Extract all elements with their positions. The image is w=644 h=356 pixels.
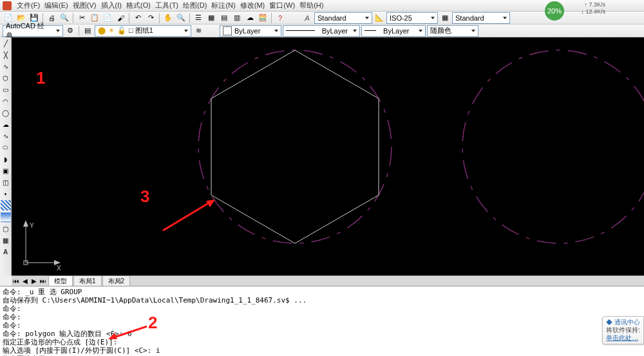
- annotation-arrow-3: [160, 198, 218, 237]
- annotation-3: 3: [140, 187, 149, 207]
- arc-icon[interactable]: ◠: [1, 96, 11, 106]
- cmd-line: 命令:: [3, 321, 641, 330]
- copy-icon[interactable]: 📋: [89, 12, 100, 24]
- menu-view[interactable]: 视图(V): [71, 1, 98, 10]
- menu-tools[interactable]: 工具(T): [154, 1, 180, 10]
- markup-icon[interactable]: ☁: [244, 12, 256, 24]
- lightbulb-icon: ⬤: [98, 26, 106, 35]
- block-insert-icon[interactable]: ▣: [1, 165, 11, 176]
- polyline-icon[interactable]: ∿: [1, 61, 11, 71]
- cmd-line: 自动保存到 C:\Users\ADMINI~1\AppData\Local\Te…: [3, 296, 641, 304]
- badge-percent: 20%: [547, 7, 562, 15]
- tab-layout2[interactable]: 布局2: [102, 276, 131, 286]
- text-style-icon[interactable]: A: [301, 12, 313, 24]
- speed-down: ↓ 12.4K/s: [581, 8, 605, 15]
- menu-window[interactable]: 窗口(W): [268, 1, 296, 10]
- menu-draw[interactable]: 绘图(D): [182, 1, 208, 10]
- gradient-icon[interactable]: [1, 212, 11, 222]
- pan-icon[interactable]: ✋: [162, 12, 174, 24]
- layer-dropdown[interactable]: ⬤ ☀ 🔓 □ 图纸1: [95, 25, 191, 37]
- polygon-icon[interactable]: ⬡: [1, 73, 11, 83]
- table-style-value: Standard: [455, 14, 484, 22]
- table-style-icon[interactable]: ▦: [439, 12, 451, 24]
- tab-prev-icon[interactable]: ◀: [21, 277, 30, 286]
- match-icon[interactable]: 🖌: [115, 12, 126, 24]
- cut-icon[interactable]: ✂: [76, 12, 88, 24]
- draw-toolbar: ╱ ╳ ∿ ⬡ ▭ ◠ ◯ ☁ ∿ ⬭ ◗ ▣ ◫ • ▢ ▦ A: [0, 37, 12, 276]
- text-style-dropdown[interactable]: Standard: [314, 12, 372, 24]
- hatch-icon[interactable]: [1, 200, 11, 211]
- menu-format[interactable]: 格式(O): [125, 1, 152, 10]
- toolbar-layers: AutoCAD 经典 ⚙ ▤ ⬤ ☀ 🔓 □ 图纸1 ≋ ByLayer ByL…: [0, 24, 644, 37]
- help-icon[interactable]: ?: [274, 12, 286, 24]
- menu-file[interactable]: 文件(F): [15, 1, 41, 10]
- workspace-settings-icon[interactable]: ⚙: [64, 25, 76, 37]
- tab-first-icon[interactable]: ⏮: [12, 277, 21, 286]
- dim-style-value: ISO-25: [390, 14, 412, 22]
- workspace-dropdown[interactable]: AutoCAD 经典: [3, 25, 63, 37]
- undo-icon[interactable]: ↶: [132, 12, 144, 24]
- point-icon[interactable]: •: [1, 189, 11, 199]
- menu-help[interactable]: 帮助(H): [298, 1, 325, 10]
- tool-palettes-icon[interactable]: ▤: [218, 12, 230, 24]
- cmd-line: 输入选项 [内接于圆(I)/外切于圆(C)] <C>: i: [3, 346, 641, 355]
- make-block-icon[interactable]: ◫: [1, 177, 11, 187]
- revision-cloud-icon[interactable]: ☁: [1, 119, 11, 129]
- color-dropdown[interactable]: ByLayer: [220, 25, 281, 37]
- cmd-line: 命令: polygon 输入边的数目 <6>: 6: [3, 330, 641, 338]
- lineweight-dropdown[interactable]: ByLayer: [361, 25, 426, 37]
- zoom-icon[interactable]: 🔍: [175, 12, 187, 24]
- plotstyle-dropdown[interactable]: 随颜色: [427, 25, 478, 37]
- tab-layout1[interactable]: 布局1: [73, 276, 102, 286]
- ellipse-icon[interactable]: ⬭: [1, 142, 11, 153]
- comm-title: ◆ 通讯中心: [606, 319, 640, 326]
- mtext-icon[interactable]: A: [1, 247, 11, 257]
- svg-point-2: [462, 50, 644, 243]
- preview-icon[interactable]: 🔍: [59, 12, 70, 24]
- linetype-dropdown[interactable]: ByLayer: [283, 25, 360, 37]
- dim-style-icon[interactable]: 📐: [374, 12, 385, 24]
- ucs-icon: Y X: [17, 220, 63, 272]
- properties-icon[interactable]: ☰: [193, 12, 204, 24]
- menu-modify[interactable]: 修改(M): [239, 1, 267, 10]
- comm-line3: 单击此处…: [606, 334, 640, 342]
- calculator-icon[interactable]: 🧮: [257, 12, 269, 24]
- region-icon[interactable]: ▢: [1, 223, 11, 234]
- lock-icon: 🔓: [117, 26, 126, 35]
- circle-icon[interactable]: ◯: [1, 108, 11, 118]
- line-icon[interactable]: ╱: [1, 38, 11, 48]
- design-center-icon[interactable]: ▦: [205, 12, 217, 24]
- menu-edit[interactable]: 编辑(E): [43, 1, 70, 10]
- table-style-dropdown[interactable]: Standard: [452, 12, 510, 24]
- table-icon[interactable]: ▦: [1, 235, 11, 245]
- tab-last-icon[interactable]: ⏭: [39, 277, 48, 286]
- layer-prev-icon[interactable]: ≋: [193, 25, 204, 37]
- svg-marker-1: [211, 50, 379, 243]
- text-style-value: Standard: [317, 14, 346, 22]
- tab-next-icon[interactable]: ▶: [30, 277, 39, 286]
- menu-insert[interactable]: 插入(I): [100, 1, 123, 10]
- cmd-line: 指定正多边形的中心点或 [边(E)]:: [3, 338, 641, 346]
- xline-icon[interactable]: ╳: [1, 50, 11, 60]
- spline-icon[interactable]: ∿: [1, 131, 11, 141]
- svg-point-0: [198, 50, 392, 243]
- command-window[interactable]: 命令: _u 重 选 GROUP 自动保存到 C:\Users\ADMINI~1…: [0, 286, 644, 356]
- app-logo: [3, 1, 12, 10]
- layer-props-icon[interactable]: ▤: [82, 25, 93, 37]
- sun-icon: ☀: [108, 26, 115, 35]
- dim-style-dropdown[interactable]: ISO-25: [386, 12, 438, 24]
- rectangle-icon[interactable]: ▭: [1, 84, 11, 95]
- drawing-canvas[interactable]: Y X 1 3: [12, 37, 644, 276]
- redo-icon[interactable]: ↷: [145, 12, 156, 24]
- comm-center-popup[interactable]: ◆ 通讯中心 将软件保持: 单击此处…: [602, 316, 644, 344]
- sheet-set-icon[interactable]: ▥: [231, 12, 243, 24]
- menu-dimension[interactable]: 标注(N): [210, 1, 236, 10]
- tab-model[interactable]: 模型: [48, 276, 73, 286]
- paste-icon[interactable]: 📄: [102, 12, 113, 24]
- ellipse-arc-icon[interactable]: ◗: [1, 154, 11, 164]
- layer-value: □ 图纸1: [129, 26, 153, 35]
- svg-line-8: [163, 201, 211, 230]
- cmd-line: 命令: _u 重 选 GROUP: [3, 288, 641, 296]
- svg-marker-4: [23, 220, 28, 227]
- axis-x-label: X: [57, 265, 61, 272]
